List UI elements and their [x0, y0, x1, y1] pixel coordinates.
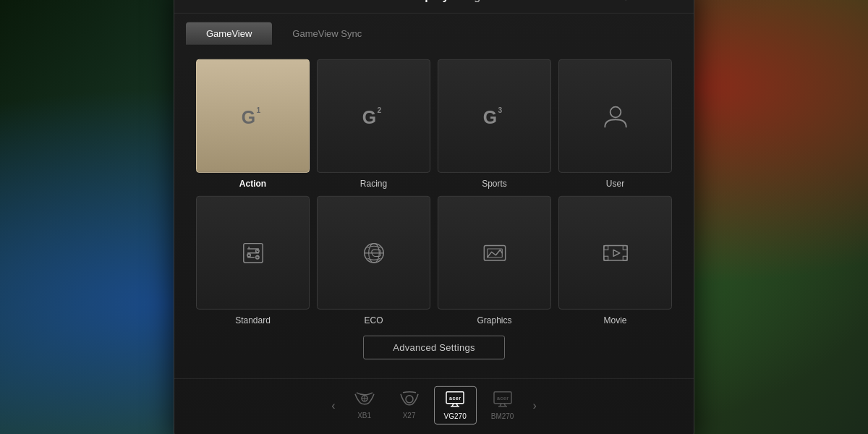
mode-item-action[interactable]: G 1 Action [196, 59, 310, 189]
eco-svg [358, 237, 390, 268]
mode-label-racing: Racing [360, 179, 387, 189]
mode-item-user[interactable]: User [558, 59, 672, 189]
title-prefix: Acer [377, 0, 406, 2]
tab-gameview-sync[interactable]: GameView Sync [272, 22, 382, 45]
mode-icon-movie [558, 196, 672, 310]
content-area: G 1 Action G 2 Racing [174, 45, 694, 374]
mode-item-eco[interactable]: ECO [317, 196, 430, 326]
mode-label-action: Action [239, 179, 266, 189]
svg-text:1: 1 [256, 106, 260, 114]
svg-text:G: G [362, 107, 375, 127]
svg-text:2: 2 [377, 106, 381, 114]
title-bar: Acer Display Widget ⚙ — ✕ [174, 0, 694, 14]
mode-item-racing[interactable]: G 2 Racing [317, 59, 430, 189]
user-svg [600, 100, 631, 132]
racing-svg: G 2 [358, 100, 390, 132]
svg-text:acer: acer [449, 396, 461, 401]
monitor-bar: ‹ XB1 X27 [174, 378, 694, 434]
monitor-name-vg270: VG270 [444, 412, 467, 420]
monitor-next-button[interactable]: › [528, 396, 540, 414]
advanced-settings-button[interactable]: Advanced Settings [363, 336, 505, 359]
monitor-name-xb1: XB1 [357, 412, 371, 420]
mode-icon-standard [196, 196, 310, 310]
mode-icon-user [558, 59, 672, 173]
monitor-icon-xb1 [354, 391, 375, 410]
monitor-icon-bm270: acer [492, 391, 514, 411]
svg-point-6 [610, 106, 621, 117]
svg-text:G: G [241, 107, 255, 127]
tab-gameview[interactable]: GameView [186, 22, 272, 45]
settings-icon[interactable]: ⚙ [618, 0, 633, 4]
mode-label-user: User [606, 179, 624, 189]
monitor-name-bm270: BM270 [491, 412, 514, 420]
tab-bar: GameView GameView Sync [174, 14, 694, 45]
monitor-prev-button[interactable]: ‹ [327, 396, 339, 414]
mode-item-movie[interactable]: Movie [558, 196, 672, 326]
mode-icon-graphics [438, 196, 551, 310]
action-svg: G 1 [237, 100, 269, 132]
minimize-icon[interactable]: — [643, 0, 658, 4]
mode-label-graphics: Graphics [477, 315, 511, 326]
mode-label-standard: Standard [235, 315, 271, 326]
monitor-item-x27[interactable]: X27 [389, 387, 430, 424]
mode-item-sports[interactable]: G 3 Sports [438, 59, 551, 189]
mode-icon-eco [317, 196, 430, 310]
monitor-name-x27: X27 [403, 412, 416, 420]
mode-icon-sports: G 3 [438, 59, 551, 173]
graphics-svg [479, 237, 511, 268]
svg-text:G: G [482, 107, 496, 127]
mode-icon-racing: G 2 [317, 59, 430, 173]
monitor-icon-x27 [399, 391, 420, 410]
window-controls: ⚙ — ✕ [618, 0, 682, 4]
monitor-item-xb1[interactable]: XB1 [344, 387, 385, 424]
mode-item-standard[interactable]: Standard [196, 196, 310, 326]
svg-text:acer: acer [497, 396, 509, 401]
mode-grid: G 1 Action G 2 Racing [196, 59, 672, 326]
mode-item-graphics[interactable]: Graphics [438, 196, 551, 326]
monitor-icon-vg270: acer [444, 391, 466, 411]
monitor-item-bm270[interactable]: acer BM270 [481, 386, 524, 425]
movie-svg [600, 237, 631, 268]
svg-point-32 [406, 396, 413, 403]
widget-title: Acer Display Widget [377, 0, 491, 3]
svg-rect-23 [603, 245, 626, 260]
svg-marker-28 [613, 250, 620, 256]
standard-svg [237, 237, 269, 268]
title-suffix: Widget [449, 0, 491, 2]
close-icon[interactable]: ✕ [668, 0, 682, 4]
svg-point-17 [255, 249, 258, 252]
mode-label-movie: Movie [603, 315, 626, 326]
mode-label-eco: ECO [364, 315, 383, 326]
mode-icon-action: G 1 [196, 59, 310, 173]
sports-svg: G 3 [479, 100, 511, 132]
monitor-item-vg270[interactable]: acer VG270 [434, 386, 477, 425]
widget-container: Acer Display Widget ⚙ — ✕ GameView GameV… [174, 0, 694, 434]
title-bold: Display [406, 0, 449, 2]
svg-text:3: 3 [498, 106, 502, 114]
advanced-settings-row: Advanced Settings [196, 336, 672, 359]
mode-label-sports: Sports [482, 179, 507, 189]
